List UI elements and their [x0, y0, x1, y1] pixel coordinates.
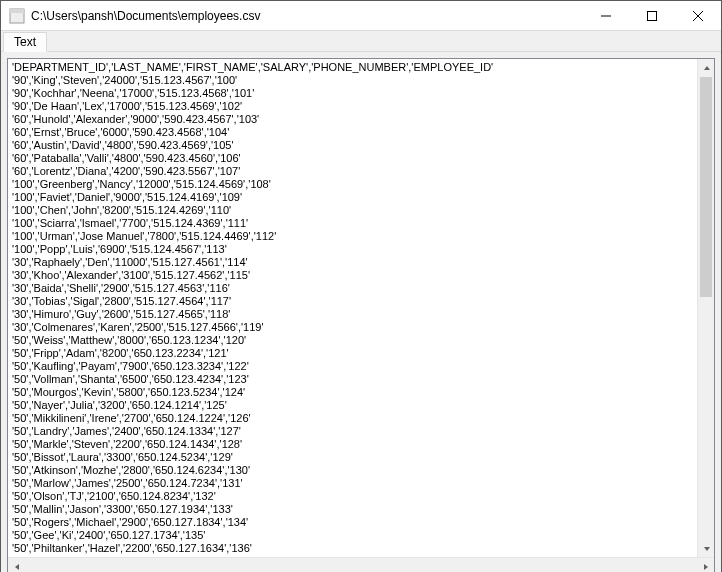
text-line: '30','Khoo','Alexander','3100','515.127.… [12, 269, 693, 282]
svg-marker-6 [704, 66, 710, 70]
text-line: '30','Himuro','Guy','2600','515.127.4565… [12, 308, 693, 321]
app-window: C:\Users\pansh\Documents\employees.csv T… [0, 0, 722, 572]
text-line: '50','Philtanker','Hazel','2200','650.12… [12, 542, 693, 555]
scroll-left-arrow-icon[interactable] [8, 558, 25, 572]
text-line: '30','Colmenares','Karen','2500','515.12… [12, 321, 693, 334]
text-line: '100','Urman','Jose Manuel','7800','515.… [12, 230, 693, 243]
text-line: '50','Nayer','Julia','3200','650.124.121… [12, 399, 693, 412]
tab-strip: Text [1, 31, 721, 52]
scrollbar-thumb[interactable] [700, 77, 712, 297]
maximize-button[interactable] [629, 1, 675, 31]
text-line: '50','Marlow','James','2500','650.124.72… [12, 477, 693, 490]
text-frame: 'DEPARTMENT_ID','LAST_NAME','FIRST_NAME'… [7, 58, 715, 572]
text-line: '50','Gee','Ki','2400','650.127.1734','1… [12, 529, 693, 542]
text-line: '50','Olson','TJ','2100','650.124.8234',… [12, 490, 693, 503]
text-line: '90','King','Steven','24000','515.123.45… [12, 74, 693, 87]
text-line: '100','Faviet','Daniel','9000','515.124.… [12, 191, 693, 204]
scroll-down-arrow-icon[interactable] [698, 540, 714, 557]
minimize-button[interactable] [583, 1, 629, 31]
tab-text[interactable]: Text [3, 32, 47, 52]
text-line: '50','Bissot','Laura','3300','650.124.52… [12, 451, 693, 464]
text-line: 'DEPARTMENT_ID','LAST_NAME','FIRST_NAME'… [12, 61, 693, 74]
titlebar[interactable]: C:\Users\pansh\Documents\employees.csv [1, 1, 721, 31]
text-line: '90','De Haan','Lex','17000','515.123.45… [12, 100, 693, 113]
text-view[interactable]: 'DEPARTMENT_ID','LAST_NAME','FIRST_NAME'… [8, 59, 697, 557]
text-line: '50','Landry','James','2400','650.124.13… [12, 425, 693, 438]
text-line: '60','Hunold','Alexander','9000','590.42… [12, 113, 693, 126]
window-title: C:\Users\pansh\Documents\employees.csv [31, 9, 260, 23]
text-line: '30','Baida','Shelli','2900','515.127.45… [12, 282, 693, 295]
text-line: '100','Popp','Luis','6900','515.124.4567… [12, 243, 693, 256]
client-area: 'DEPARTMENT_ID','LAST_NAME','FIRST_NAME'… [1, 52, 721, 572]
app-icon [9, 8, 25, 24]
text-line: '100','Sciarra','Ismael','7700','515.124… [12, 217, 693, 230]
text-line: '50','Markle','Steven','2200','650.124.1… [12, 438, 693, 451]
text-body: 'DEPARTMENT_ID','LAST_NAME','FIRST_NAME'… [8, 59, 714, 557]
horizontal-scrollbar[interactable] [8, 557, 714, 572]
text-line: '50','Weiss','Matthew','8000','650.123.1… [12, 334, 693, 347]
svg-marker-7 [704, 547, 710, 551]
text-line: '60','Lorentz','Diana','4200','590.423.5… [12, 165, 693, 178]
text-line: '50','Rogers','Michael','2900','650.127.… [12, 516, 693, 529]
svg-marker-9 [704, 564, 708, 570]
text-line: '30','Raphaely','Den','11000','515.127.4… [12, 256, 693, 269]
text-line: '50','Fripp','Adam','8200','650.123.2234… [12, 347, 693, 360]
text-line: '50','Mallin','Jason','3300','650.127.19… [12, 503, 693, 516]
text-line: '100','Chen','John','8200','515.124.4269… [12, 204, 693, 217]
close-button[interactable] [675, 1, 721, 31]
scroll-right-arrow-icon[interactable] [697, 558, 714, 572]
text-line: '50','Mourgos','Kevin','5800','650.123.5… [12, 386, 693, 399]
vertical-scrollbar[interactable] [697, 59, 714, 557]
text-line: '50','Vollman','Shanta','6500','650.123.… [12, 373, 693, 386]
text-line: '30','Tobias','Sigal','2800','515.127.45… [12, 295, 693, 308]
text-line: '50','Mikkilineni','Irene','2700','650.1… [12, 412, 693, 425]
svg-marker-8 [15, 564, 19, 570]
scroll-up-arrow-icon[interactable] [698, 59, 714, 76]
svg-rect-1 [10, 9, 24, 13]
text-line: '60','Pataballa','Valli','4800','590.423… [12, 152, 693, 165]
text-line: '100','Greenberg','Nancy','12000','515.1… [12, 178, 693, 191]
text-line: '60','Austin','David','4800','590.423.45… [12, 139, 693, 152]
text-line: '50','Atkinson','Mozhe','2800','650.124.… [12, 464, 693, 477]
svg-rect-3 [648, 11, 657, 20]
text-line: '60','Ernst','Bruce','6000','590.423.456… [12, 126, 693, 139]
text-line: '50','Kaufling','Payam','7900','650.123.… [12, 360, 693, 373]
text-line: '90','Kochhar','Neena','17000','515.123.… [12, 87, 693, 100]
